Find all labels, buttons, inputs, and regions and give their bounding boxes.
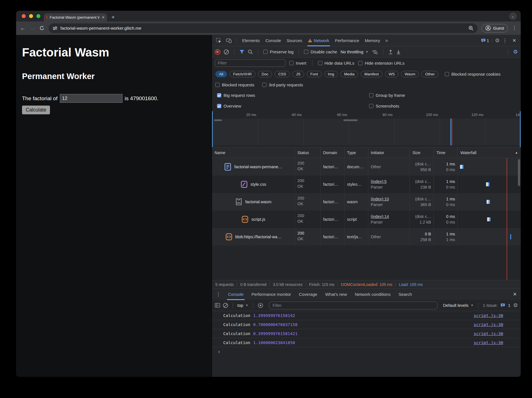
- tab-sources[interactable]: Sources: [284, 35, 305, 46]
- console-prompt[interactable]: ›: [212, 347, 521, 356]
- preserve-log-checkbox[interactable]: Preserve log: [263, 49, 294, 54]
- column-header-waterfall[interactable]: Waterfall▲: [458, 147, 521, 158]
- tab-close-icon[interactable]: ✕: [102, 15, 105, 19]
- checkbox[interactable]: [217, 93, 221, 97]
- chip-wasm[interactable]: Wasm: [401, 71, 419, 77]
- drawer-close-icon[interactable]: ✕: [511, 292, 519, 297]
- calculate-button[interactable]: Calculate: [22, 106, 50, 114]
- overview-left-handle[interactable]: [212, 111, 213, 147]
- drawer-tab-console[interactable]: Console: [224, 289, 248, 300]
- issue-count[interactable]: 1: [508, 303, 510, 308]
- initiator-link[interactable]: (index):5: [371, 179, 407, 184]
- disable-cache-checkbox[interactable]: Disable cache: [304, 49, 337, 54]
- issues-icon[interactable]: [481, 38, 486, 43]
- tab-elements[interactable]: Elements: [239, 35, 263, 46]
- drawer-tab-performance-monitor[interactable]: Performance monitor: [248, 289, 295, 300]
- network-settings-gear-icon[interactable]: ⚙: [513, 49, 518, 55]
- back-button[interactable]: ←: [20, 25, 26, 31]
- tab-performance[interactable]: Performance: [332, 35, 362, 46]
- checkbox[interactable]: [263, 50, 268, 54]
- checkbox[interactable]: [369, 93, 373, 97]
- checkbox[interactable]: [215, 83, 220, 87]
- hide-extension-urls-checkbox[interactable]: Hide extension URLs: [358, 61, 404, 65]
- new-tab-button[interactable]: +: [111, 14, 115, 21]
- chip-fetch-xhr[interactable]: Fetch/XHR: [229, 71, 255, 77]
- settings-gear-icon[interactable]: ⚙: [495, 37, 500, 44]
- checkbox[interactable]: [262, 83, 266, 87]
- screenshots-checkbox[interactable]: Screenshots: [369, 100, 521, 111]
- live-expression-eye-icon[interactable]: [258, 303, 263, 308]
- table-row[interactable]: blob:https://factorial-wa… 200OK factori…: [212, 228, 521, 246]
- table-row[interactable]: factorial-wasm-permane… 200OK factori… d…: [212, 158, 521, 176]
- log-levels-select[interactable]: Default levels ▼: [443, 303, 474, 308]
- table-row[interactable]: WAfactorial.wasm 200OK factori… wasm (in…: [212, 193, 521, 211]
- blocked-response-cookies-checkbox[interactable]: Blocked response cookies: [445, 72, 500, 76]
- column-header-initiator[interactable]: Initiator: [368, 147, 410, 158]
- zoom-window-button[interactable]: [36, 14, 40, 18]
- export-har-icon[interactable]: [396, 49, 401, 54]
- javascript-context-select[interactable]: top ▼: [237, 303, 248, 308]
- column-header-size[interactable]: Size: [410, 147, 434, 158]
- column-header-domain[interactable]: Domain: [321, 147, 345, 158]
- more-tabs-icon[interactable]: »: [384, 38, 389, 43]
- issues-count[interactable]: 1: [487, 38, 489, 43]
- forward-button[interactable]: →: [30, 25, 35, 31]
- overview-checkbox[interactable]: Overview: [217, 100, 369, 111]
- table-row[interactable]: style.css 200OK factori… styles… (index)…: [212, 176, 521, 193]
- chip-doc[interactable]: Doc: [258, 71, 272, 77]
- url-bar[interactable]: factorial-wasm-permanent-worker.glitch.m…: [49, 23, 478, 33]
- scrollbar-thumb[interactable]: [518, 159, 520, 186]
- chip-media[interactable]: Media: [340, 71, 358, 77]
- browser-menu-button[interactable]: ⋮: [512, 25, 517, 31]
- site-settings-tune-icon[interactable]: [52, 26, 58, 30]
- console-filter-input[interactable]: [269, 301, 437, 309]
- import-har-icon[interactable]: [388, 49, 393, 54]
- console-source-link[interactable]: script.js:30: [474, 322, 503, 327]
- issues-icon[interactable]: [500, 303, 505, 308]
- checkbox[interactable]: [289, 61, 294, 65]
- checkbox[interactable]: [304, 50, 308, 54]
- invert-checkbox[interactable]: Invert: [289, 61, 306, 65]
- column-header-status[interactable]: Status: [295, 147, 321, 158]
- close-window-button[interactable]: [22, 14, 26, 18]
- blocked-requests-checkbox[interactable]: Blocked requests: [215, 82, 254, 87]
- record-network-log-button[interactable]: [215, 49, 220, 55]
- checkbox[interactable]: [358, 61, 362, 65]
- checkbox[interactable]: [445, 72, 449, 76]
- column-header-type[interactable]: Type: [345, 147, 368, 158]
- chip-js[interactable]: JS: [292, 71, 304, 77]
- chip-other[interactable]: Other: [421, 71, 438, 77]
- checkbox[interactable]: [369, 104, 373, 108]
- devtools-close-icon[interactable]: ✕: [510, 38, 518, 43]
- throttling-select[interactable]: No throttling ▼: [340, 49, 368, 54]
- hide-data-urls-checkbox[interactable]: Hide data URLs: [318, 61, 354, 65]
- browser-tab[interactable]: ! Factorial Wasm (permanent W ✕: [44, 13, 107, 21]
- checkbox[interactable]: [217, 104, 221, 108]
- url-text[interactable]: factorial-wasm-permanent-worker.glitch.m…: [60, 26, 466, 30]
- chip-all[interactable]: All: [215, 71, 227, 77]
- network-overview-timeline[interactable]: 20 ms40 ms60 ms80 ms100 ms120 ms14: [212, 111, 521, 147]
- tab-memory[interactable]: Memory: [362, 35, 383, 46]
- drawer-tab-network-conditions[interactable]: Network conditions: [351, 289, 395, 300]
- factorial-input[interactable]: [60, 94, 122, 103]
- device-toolbar-icon[interactable]: [224, 38, 233, 43]
- chip-img[interactable]: Img: [324, 71, 338, 77]
- network-conditions-icon[interactable]: [372, 49, 378, 54]
- drawer-tab-what-s-new[interactable]: What's new: [321, 289, 351, 300]
- console-source-link[interactable]: script.js:30: [474, 331, 503, 336]
- drawer-menu-icon[interactable]: ⋮: [214, 291, 223, 297]
- initiator-link[interactable]: (index):10: [371, 196, 407, 202]
- chip-font[interactable]: Font: [307, 71, 322, 77]
- clear-network-log-icon[interactable]: [224, 49, 229, 54]
- clear-console-icon[interactable]: [223, 303, 228, 308]
- issue-label[interactable]: 1 Issue:: [483, 303, 498, 308]
- tab-network[interactable]: Network: [305, 35, 332, 46]
- zoom-icon[interactable]: [468, 26, 474, 31]
- devtools-menu-icon[interactable]: ⋮: [501, 38, 509, 43]
- filter-funnel-icon[interactable]: [239, 50, 244, 54]
- table-row[interactable]: script.js 200OK factori… script (index):…: [212, 211, 521, 228]
- console-sidebar-icon[interactable]: [215, 303, 220, 308]
- console-settings-gear-icon[interactable]: ⚙: [513, 302, 518, 309]
- profile-button[interactable]: Guest: [481, 24, 508, 32]
- chip-ws[interactable]: WS: [385, 71, 399, 77]
